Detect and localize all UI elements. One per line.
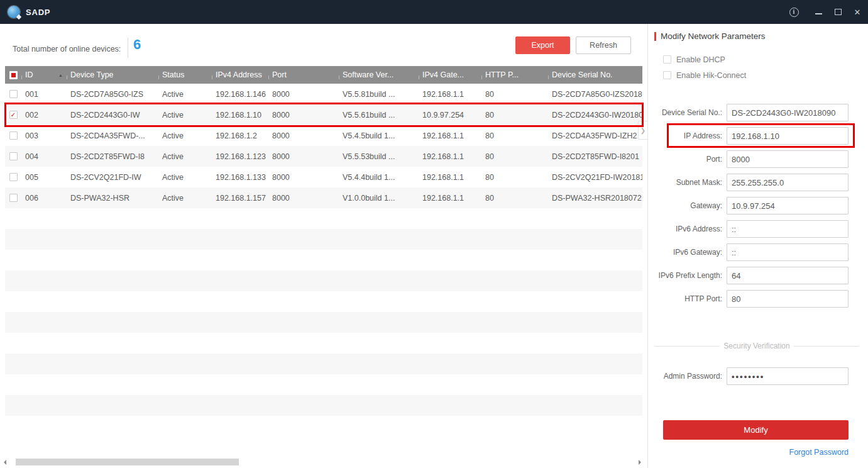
field-row: Subnet Mask: <box>648 174 849 191</box>
cell-serial: DS-2CD2443G0-IW20180 <box>548 111 642 120</box>
modify-button[interactable]: Modify <box>663 420 849 440</box>
field-input-port[interactable] <box>727 150 849 168</box>
table-header: ID ▲ Device Type Status IPv4 Address Por… <box>5 66 642 84</box>
table-row-empty <box>5 250 642 270</box>
field-input-ipv6-prefix-length[interactable] <box>727 267 849 284</box>
export-button[interactable]: Export <box>515 36 570 54</box>
cell-http: 80 <box>481 111 548 120</box>
cell-ipv4: 192.168.1.123 <box>212 152 268 161</box>
header-port[interactable]: Port <box>268 70 339 79</box>
panel-checkboxes: Enable DHCPEnable Hik-Connect <box>663 52 746 83</box>
close-icon[interactable]: ✕ <box>849 0 865 24</box>
field-input-ip-address[interactable] <box>727 127 849 145</box>
checkbox-indeterminate-mark <box>11 73 16 77</box>
cell-gateway: 192.168.1.1 <box>419 152 481 161</box>
table-row[interactable]: 005DS-2CV2Q21FD-IWActive192.168.1.133800… <box>5 167 642 187</box>
cell-http: 80 <box>481 152 548 161</box>
table-row[interactable]: 006DS-PWA32-HSRActive192.168.1.1578000V1… <box>5 187 642 208</box>
scroll-left-arrow-icon[interactable] <box>4 460 6 465</box>
field-row: IPv6 Address: <box>648 220 849 238</box>
row-checkbox[interactable] <box>9 173 18 181</box>
maximize-icon[interactable] <box>830 0 846 24</box>
cell-port: 8000 <box>268 131 339 140</box>
select-all-checkbox[interactable] <box>5 71 21 79</box>
info-icon[interactable]: i <box>786 0 802 24</box>
minimize-icon[interactable] <box>810 0 827 24</box>
security-verification-label: Security Verification <box>720 342 793 350</box>
cell-software: V5.5.61build ... <box>339 111 419 120</box>
field-input-subnet-mask[interactable] <box>727 174 849 191</box>
cell-port: 8000 <box>268 90 339 99</box>
field-input-http-port[interactable] <box>727 290 849 308</box>
checkbox-label: Enable Hik-Connect <box>676 71 746 80</box>
cell-ipv4: 192.168.1.10 <box>212 111 268 120</box>
cell-device-type: DS-2CD2443G0-IW <box>67 111 158 120</box>
field-label: IPv6 Gateway: <box>648 248 727 257</box>
table-row-empty <box>5 374 642 395</box>
cell-device-type: DS-2CD4A35FWD-... <box>67 131 158 140</box>
field-input-gateway[interactable] <box>727 197 849 214</box>
count-divider <box>128 38 128 58</box>
header-http-port[interactable]: HTTP P... <box>481 70 548 79</box>
cell-software: V5.4.5build 1... <box>339 131 419 140</box>
field-input-device-serial-no[interactable] <box>727 104 849 121</box>
header-device-serial[interactable]: Device Serial No. <box>548 70 642 79</box>
table-body: 001DS-2CD7A85G0-IZSActive192.168.1.14680… <box>5 84 642 437</box>
toolbar: Total number of online devices: 6 Export… <box>0 24 647 66</box>
scrollbar-thumb[interactable] <box>16 459 239 465</box>
field-row: Port: <box>648 150 849 168</box>
table-row-empty <box>5 229 642 250</box>
row-checkbox[interactable]: ✓ <box>9 111 18 119</box>
checkbox-box[interactable] <box>663 55 671 64</box>
field-input-ipv6-address[interactable] <box>727 220 849 238</box>
cell-gateway: 192.168.1.1 <box>419 173 481 182</box>
chevron-right-icon: ❯ <box>640 127 646 134</box>
header-ipv4-gateway[interactable]: IPv4 Gate... <box>419 70 481 79</box>
panel-collapse-handle[interactable]: ❯ <box>638 121 647 140</box>
table-row[interactable]: 003DS-2CD4A35FWD-...Active192.168.1.2800… <box>5 125 642 146</box>
title-accent-bar <box>654 32 656 41</box>
cell-device-type: DS-2CD7A85G0-IZS <box>67 90 158 99</box>
modify-network-panel: Modify Network Parameters Enable DHCPEna… <box>648 24 868 468</box>
header-status[interactable]: Status <box>158 70 212 79</box>
table-row[interactable]: ✓002DS-2CD2443G0-IWActive192.168.1.10800… <box>5 104 642 125</box>
app-title: SADP <box>26 8 50 17</box>
table-row[interactable]: 001DS-2CD7A85G0-IZSActive192.168.1.14680… <box>5 84 642 104</box>
cell-ipv4: 192.168.1.133 <box>212 173 268 182</box>
header-id[interactable]: ID ▲ <box>21 70 67 79</box>
field-row: Device Serial No.: <box>648 104 849 121</box>
field-label: IP Address: <box>648 131 727 140</box>
field-row: IPv6 Prefix Length: <box>648 267 849 284</box>
header-ipv4-address[interactable]: IPv4 Address <box>212 70 268 79</box>
cell-gateway: 10.9.97.254 <box>419 111 481 120</box>
row-checkbox[interactable] <box>9 194 18 202</box>
total-devices-label: Total number of online devices: <box>13 45 121 53</box>
forgot-password-link[interactable]: Forgot Password <box>789 448 849 457</box>
checkbox-enable-dhcp[interactable]: Enable DHCP <box>663 52 746 67</box>
horizontal-scrollbar[interactable] <box>0 458 647 467</box>
checkbox-box[interactable] <box>663 71 671 79</box>
header-software-version[interactable]: Software Ver... <box>339 70 419 79</box>
device-count: 6 <box>133 36 141 53</box>
cell-gateway: 192.168.1.1 <box>419 194 481 203</box>
refresh-button[interactable]: Refresh <box>576 36 631 54</box>
cell-serial: DS-2CD7A85G0-IZS20180 <box>548 90 642 99</box>
cell-http: 80 <box>481 131 548 140</box>
row-checkbox[interactable] <box>9 152 18 160</box>
header-device-type[interactable]: Device Type <box>67 70 158 79</box>
table-row[interactable]: 004DS-2CD2T85FWD-I8Active192.168.1.12380… <box>5 146 642 167</box>
scroll-right-arrow-icon[interactable] <box>639 460 641 465</box>
row-checkbox[interactable] <box>9 131 18 140</box>
field-input-ipv6-gateway[interactable] <box>727 243 849 261</box>
row-checkbox[interactable] <box>9 90 18 98</box>
sort-asc-icon[interactable]: ▲ <box>58 73 63 77</box>
cell-device-type: DS-2CV2Q21FD-IW <box>67 173 158 182</box>
cell-status: Active <box>158 194 212 203</box>
admin-password-field[interactable] <box>727 367 849 385</box>
checkbox-enable-hik-connect[interactable]: Enable Hik-Connect <box>663 67 746 83</box>
table-row-empty <box>5 312 642 333</box>
cell-software: V5.5.81build ... <box>339 90 419 99</box>
cell-status: Active <box>158 152 212 161</box>
cell-software: V1.0.0build 1... <box>339 194 419 203</box>
cell-status: Active <box>158 173 212 182</box>
